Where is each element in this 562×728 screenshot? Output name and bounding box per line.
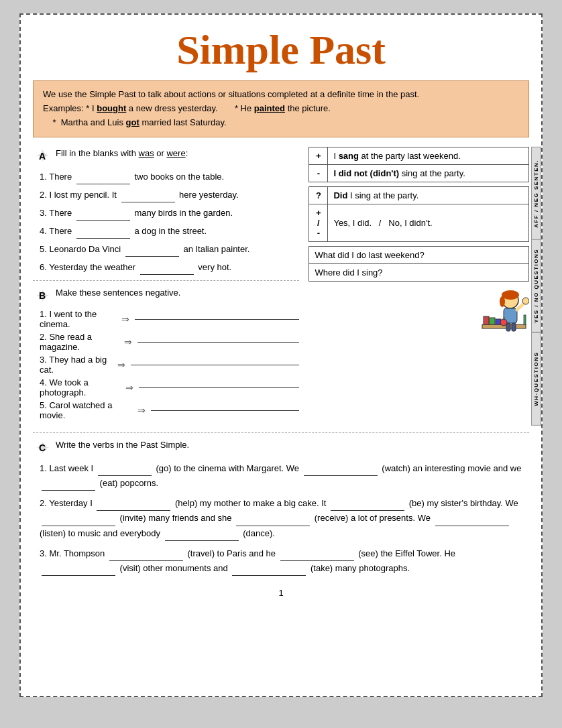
- svg-rect-12: [524, 315, 526, 324]
- main-content: A Fill in the blanks with was or were: 1…: [33, 147, 529, 426]
- intro-box: We use the Simple Past to talk about act…: [33, 80, 529, 137]
- wh-row-1: What did I do last weekend?: [309, 246, 529, 263]
- section-b-header: B Make these sentences negative.: [33, 286, 299, 305]
- aff-sentence: I sang at the party last weekend.: [328, 147, 529, 164]
- section-a-instruction: Fill in the blanks with was or were:: [56, 147, 188, 158]
- section-c-item-3: 3. Mr. Thompson (travel) to Paris and he…: [33, 546, 529, 576]
- right-column: + I sang at the party last weekend. - I …: [308, 147, 529, 426]
- section-a-item-4: 4. There a dog in the street.: [33, 224, 299, 239]
- question-symbol: ?: [309, 186, 328, 204]
- wh-sentence-1: What did I do last weekend?: [309, 246, 529, 263]
- section-b-item-2: 2. She read a magazine. ⇒: [33, 332, 299, 352]
- yes-no-label: YES / NO QUESTIONS: [531, 239, 541, 332]
- plus-minus-symbol: + / -: [309, 204, 328, 241]
- minus-symbol: -: [309, 164, 328, 182]
- cartoon-figure: [462, 288, 529, 355]
- section-b: B Make these sentences negative. 1. I we…: [33, 280, 299, 420]
- svg-rect-14: [512, 323, 516, 331]
- answer-row: + / - Yes, I did. / No, I didn't.: [309, 204, 529, 241]
- worksheet-page: Simple Past We use the Simple Past to ta…: [19, 13, 543, 697]
- aff-row: + I sang at the party last weekend.: [309, 147, 529, 164]
- wh-label: WH-QUESTIONS: [531, 332, 541, 426]
- side-labels: AFF / NEG SENTEN. YES / NO QUESTIONS WH-…: [531, 147, 541, 426]
- page-title: Simple Past: [33, 27, 529, 72]
- left-column: A Fill in the blanks with was or were: 1…: [33, 147, 299, 426]
- svg-point-5: [522, 298, 529, 304]
- plus-symbol: +: [309, 147, 328, 164]
- wh-table: What did I do last weekend? Where did I …: [308, 246, 529, 282]
- svg-rect-8: [490, 318, 495, 324]
- intro-examples: Examples: * I bought a new dress yesterd…: [43, 103, 331, 113]
- section-a: A Fill in the blanks with was or were: 1…: [33, 147, 299, 276]
- question-row: ? Did I sing at the party.: [309, 186, 529, 204]
- neg-row: - I did not (didn't) sing at the party.: [309, 164, 529, 182]
- intro-example3: * Martha and Luis got married last Satur…: [43, 117, 227, 127]
- svg-line-11: [504, 317, 504, 319]
- section-a-item-2: 2. I lost my pencil. It here yesterday.: [33, 188, 299, 202]
- section-a-item-5: 5. Leonardo Da Vinci an Italian painter.: [33, 242, 299, 257]
- question-sentence: Did I sing at the party.: [328, 186, 529, 204]
- section-a-item-6: 6. Yesterday the weather very hot.: [33, 260, 299, 275]
- aff-neg-label: AFF / NEG SENTEN.: [531, 147, 541, 240]
- section-b-item-4: 4. We took a photograph. ⇒: [33, 377, 299, 398]
- yes-no-table: ? Did I sing at the party. + / - Yes, I …: [308, 186, 529, 242]
- answer-sentence: Yes, I did. / No, I didn't.: [328, 204, 529, 241]
- section-c: C Write the verbs in the Past Simple. 1.…: [33, 432, 529, 576]
- section-c-item-1: 1. Last week I (go) to the cinema with M…: [33, 461, 529, 491]
- aff-neg-table: + I sang at the party last weekend. - I …: [308, 147, 529, 182]
- cartoon-area: [308, 288, 529, 355]
- section-b-instruction: Make these sentences negative.: [56, 286, 180, 298]
- section-a-header: A Fill in the blanks with was or were:: [33, 147, 299, 166]
- section-b-item-3: 3. They had a big cat. ⇒: [33, 355, 299, 375]
- wh-row-2: Where did I sing?: [309, 263, 529, 281]
- neg-sentence: I did not (didn't) sing at the party.: [328, 164, 529, 182]
- section-c-header: C Write the verbs in the Past Simple.: [33, 438, 529, 457]
- page-number: 1: [33, 588, 529, 598]
- svg-rect-7: [484, 316, 489, 324]
- svg-point-2: [500, 296, 505, 307]
- section-a-item-3: 3. There many birds in the garden.: [33, 206, 299, 221]
- section-a-badge: A: [33, 147, 52, 166]
- section-b-item-5: 5. Carol watched a movie. ⇒: [33, 400, 299, 420]
- intro-line1: We use the Simple Past to talk about act…: [43, 89, 419, 99]
- section-a-item-1: 1. There two books on the table.: [33, 170, 299, 184]
- svg-rect-13: [506, 323, 510, 331]
- section-c-badge: C: [33, 438, 52, 457]
- section-b-badge: B: [33, 286, 52, 305]
- section-c-item-2: 2. Yesterday I (help) my mother to make …: [33, 496, 529, 540]
- section-c-instruction: Write the verbs in the Past Simple.: [56, 438, 189, 450]
- wh-sentence-2: Where did I sing?: [309, 263, 529, 281]
- section-b-item-1: 1. I went to the cinema. ⇒: [33, 309, 299, 329]
